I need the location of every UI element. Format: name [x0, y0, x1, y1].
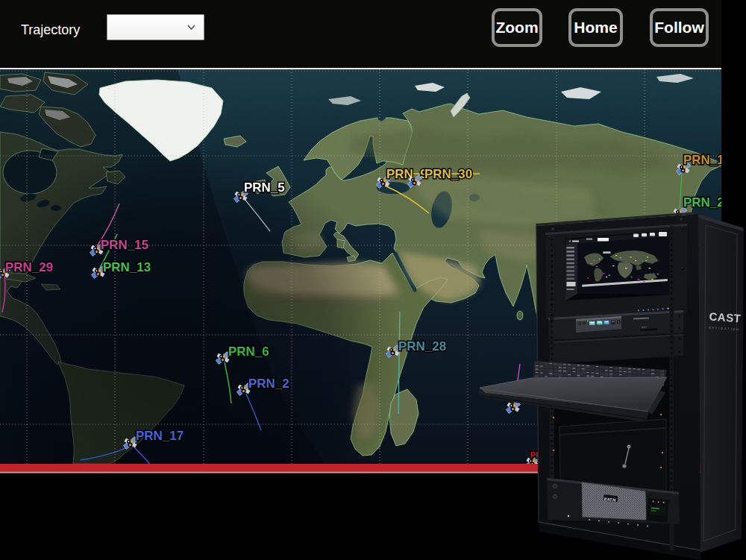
svg-text:PRN_30: PRN_30: [424, 167, 472, 181]
svg-text:PRN_2: PRN_2: [248, 377, 289, 391]
svg-text:PRN_5: PRN_5: [244, 180, 285, 195]
svg-text:DVD: DVD: [642, 326, 648, 329]
svg-text:PRN_17: PRN_17: [136, 429, 184, 443]
svg-text:PRN_15: PRN_15: [101, 238, 148, 252]
svg-text:PRN_29: PRN_29: [5, 260, 53, 274]
svg-text:PRN_6: PRN_6: [228, 345, 269, 359]
svg-text:PRN_28: PRN_28: [398, 339, 446, 353]
svg-text:PRN_13: PRN_13: [103, 260, 151, 274]
svg-text:PRN_16: PRN_16: [683, 153, 721, 167]
svg-text:CAST: CAST: [709, 310, 742, 325]
